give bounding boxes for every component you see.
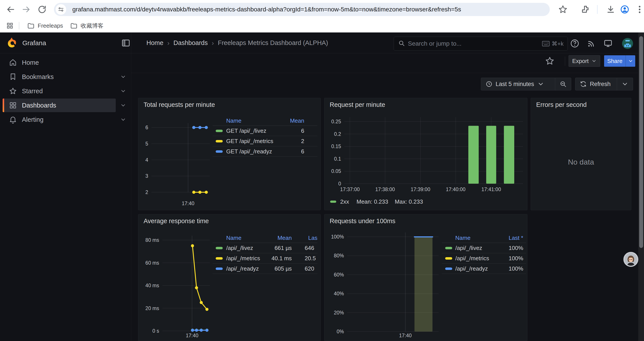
folder-icon (27, 22, 35, 30)
legend-row[interactable]: GET /api/_/livez 6 (212, 126, 318, 136)
legend-row[interactable]: /api/_/livez 661 µs 646 (212, 243, 318, 253)
breadcrumb-dashboards[interactable]: Dashboards (174, 39, 208, 47)
legend-header: Name Mean (212, 116, 318, 126)
user-avatar[interactable] (622, 38, 633, 49)
sidebar-item-bookmarks[interactable]: Bookmarks (3, 70, 116, 84)
dock-toggle-icon[interactable] (121, 38, 131, 49)
legend-row[interactable]: /api/_/readyz 605 µs 620 (212, 263, 318, 274)
share-menu-button[interactable] (626, 55, 635, 67)
svg-text:100%: 100% (331, 234, 344, 240)
url-text[interactable]: grafana.mathmast.com/d/deytv4rwavabkb/fr… (72, 3, 461, 16)
no-data-message: No data (531, 158, 631, 166)
series-name: GET /api/_/readyz (226, 146, 272, 156)
forward-icon[interactable] (22, 5, 31, 14)
breadcrumb-home[interactable]: Home (146, 39, 163, 47)
column-header-name[interactable]: Name (455, 233, 470, 243)
series-name: /api/_/metrics (226, 253, 260, 263)
sidebar-item-starred[interactable]: Starred (3, 84, 116, 98)
refresh-button[interactable]: Refresh (576, 78, 617, 90)
svg-text:20 ms: 20 ms (145, 305, 159, 311)
column-header-last[interactable]: Last * (509, 233, 524, 243)
download-icon[interactable] (606, 5, 616, 14)
series-mean: 605 µs (274, 263, 292, 274)
bookmark-folder-freeleaps[interactable]: Freeleaps (38, 19, 63, 33)
series-swatch (445, 247, 452, 249)
breadcrumb-separator: › (163, 39, 174, 47)
search-input[interactable]: Search or jump to... ⌘+k (394, 37, 568, 51)
profile-icon[interactable] (620, 5, 630, 14)
legend-row[interactable]: GET /api/_/readyz 6 (212, 146, 318, 157)
svg-text:0 s: 0 s (152, 328, 159, 334)
assistant-avatar[interactable] (624, 252, 638, 267)
brand-name[interactable]: Grafana (22, 33, 46, 53)
legend-row[interactable]: /api/_/metrics 100% (442, 253, 526, 263)
series-swatch (216, 257, 223, 260)
sidebar-item-alerting[interactable]: Alerting (3, 113, 116, 126)
search-icon (398, 40, 405, 47)
back-icon[interactable] (6, 5, 15, 14)
refresh-interval-button[interactable] (617, 78, 633, 90)
panel-title[interactable]: Errors per second (536, 101, 587, 108)
legend-row[interactable]: GET /api/_/metrics 2 (212, 136, 318, 146)
svg-text:60 ms: 60 ms (145, 260, 159, 266)
svg-text:0: 0 (338, 181, 341, 187)
panel-avg-response-time: Average response time 0 s20 ms40 ms60 ms… (138, 214, 321, 341)
url-bar[interactable]: grafana.mathmast.com/d/deytv4rwavabkb/fr… (54, 3, 550, 16)
column-header-mean[interactable]: Mean (278, 233, 292, 243)
column-header-name[interactable]: Name (226, 233, 241, 243)
svg-text:5: 5 (145, 141, 148, 147)
series-swatch (445, 257, 452, 260)
column-header-last[interactable]: Last * (308, 233, 318, 243)
sidebar-item-dashboards[interactable]: Dashboards (3, 99, 116, 112)
zoom-out-button[interactable] (555, 78, 571, 90)
svg-text:2: 2 (145, 189, 148, 195)
svg-text:17:40: 17:40 (186, 333, 198, 338)
series-name: /api/_/readyz (226, 263, 259, 274)
series-swatch (216, 267, 223, 270)
chevron-down-icon[interactable] (120, 117, 126, 123)
search-placeholder: Search or jump to... (408, 40, 542, 47)
svg-text:17:40: 17:40 (182, 201, 194, 206)
legend-table: Name Last * /api/_/livez 100% /api/_/met… (442, 233, 526, 274)
panel-requests-under-100ms: Requests under 100ms 0%20%40%60%80%100%1… (324, 214, 528, 341)
bookmark-star-icon[interactable] (558, 5, 568, 14)
grafana-logo[interactable] (6, 37, 18, 48)
extensions-icon[interactable] (580, 5, 590, 14)
legend-row[interactable]: /api/_/readyz 100% (442, 263, 526, 274)
browser-menu-icon[interactable] (635, 5, 644, 14)
legend-row[interactable]: /api/_/metrics 40.1 ms 20.5 ms (212, 253, 318, 263)
svg-text:17:40: 17:40 (399, 333, 412, 338)
export-button[interactable]: Export (568, 55, 600, 67)
series-last: 20.5 ms (305, 253, 318, 263)
bookmark-folder-blogs[interactable]: 收藏博客 (81, 19, 104, 33)
page-scrollbar-thumb[interactable] (639, 36, 643, 248)
legend-row[interactable]: /api/_/livez 100% (442, 243, 526, 253)
svg-text:20%: 20% (334, 310, 344, 315)
sidebar-divider (131, 33, 131, 341)
kiosk-monitor-icon[interactable] (603, 39, 613, 49)
site-settings-icon[interactable] (56, 4, 66, 15)
chevron-down-icon[interactable] (120, 88, 126, 94)
news-rss-icon[interactable] (586, 39, 596, 49)
series-last: 620 (305, 263, 318, 274)
favorite-star-icon[interactable] (545, 56, 554, 67)
share-button[interactable]: Share (604, 55, 626, 67)
chevron-down-icon[interactable] (120, 74, 126, 80)
legend-table: Name Mean GET /api/_/livez 6 GET /api/_/… (212, 116, 318, 157)
bell-icon (9, 115, 17, 124)
help-icon[interactable] (570, 39, 580, 49)
search-shortcut: ⌘+k (542, 40, 564, 47)
column-header-mean[interactable]: Mean (290, 116, 304, 126)
column-header-name[interactable]: Name (226, 116, 241, 126)
time-range-picker[interactable]: Last 5 minutes (481, 78, 555, 90)
sidebar-item-home[interactable]: Home (3, 56, 116, 69)
time-controls: Last 5 minutes (481, 78, 571, 90)
actions-divider (565, 57, 565, 66)
reload-icon[interactable] (37, 5, 47, 14)
bar-chart[interactable]: 00.050.10.150.20.2517:37:0017:38:0017:39… (324, 98, 527, 210)
chevron-down-icon (592, 58, 597, 64)
svg-text:0.15: 0.15 (331, 144, 341, 149)
legend[interactable]: 2xx Mean: 0.233 Max: 0.233 (330, 198, 423, 205)
chevron-down-icon[interactable] (120, 102, 126, 108)
apps-grid-icon[interactable] (6, 22, 14, 30)
